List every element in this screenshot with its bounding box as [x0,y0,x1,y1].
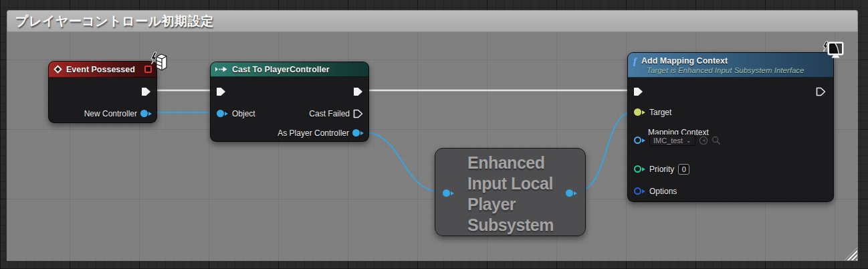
options-row: Options [634,185,677,197]
node-title: Add Mapping Context [641,56,728,66]
use-asset-icon[interactable] [699,136,708,145]
event-icon [53,65,62,74]
pin-wedge-icon [451,191,454,195]
exec-out-pin[interactable] [353,87,363,96]
exec-out-row [353,86,363,97]
options-pin[interactable] [634,187,641,195]
exec-out-pin[interactable] [816,87,826,96]
cast-failed-row: Cast Failed [309,108,363,119]
pin-label: New Controller [84,109,137,118]
node-subtitle: Target is Enhanced Input Subsystem Inter… [647,66,804,74]
object-row: Object [217,108,255,119]
exec-in-row [633,86,643,97]
function-icon: f [633,56,637,66]
exec-in-pin[interactable] [216,87,226,96]
pin-label: Object [232,109,255,118]
cast-icon [215,66,228,73]
exec-out-row [141,86,151,97]
wire-data-asplayercontroller-to-subsystem[interactable] [361,132,443,192]
cast-failed-pin[interactable] [353,109,363,118]
event-possessed-node[interactable]: Event Possessed New Controller [48,61,157,123]
pin-wedge-icon [642,189,645,193]
new-controller-row: New Controller [84,108,152,119]
mapping-context-dropdown[interactable]: IMC_test ⌄ [649,134,695,146]
priority-row: Priority 0 [634,163,689,175]
target-pin[interactable] [634,108,641,116]
enhanced-input-subsystem-node[interactable]: Enhanced Input Local Player Subsystem [435,148,586,236]
priority-pin[interactable] [634,165,641,173]
subsystem-node-title: Enhanced Input Local Player Subsystem [467,153,554,236]
monitor-badge-icon [821,40,845,62]
subsystem-input-row [443,187,454,199]
pin-label: Target [649,108,671,117]
add-mapping-context-header[interactable]: f Add Mapping Context Target is Enhanced… [628,53,833,78]
chevron-down-icon: ⌄ [686,137,691,144]
exec-out-pin[interactable] [141,87,151,96]
node-title: Event Possessed [66,65,135,74]
exec-in-row [216,86,226,97]
subsystem-output-pin[interactable] [566,189,573,197]
cabinet-badge-icon [148,52,169,73]
priority-input[interactable]: 0 [678,164,689,175]
pin-wedge-icon [148,112,152,116]
exec-out-row [816,86,826,97]
add-mapping-context-node[interactable]: f Add Mapping Context Target is Enhanced… [627,52,834,202]
pin-wedge-icon [574,191,577,195]
new-controller-pin[interactable] [140,110,148,117]
pin-label: Options [649,187,677,196]
target-row: Target [634,106,671,118]
pin-label: Priority [649,165,674,174]
pin-wedge-icon [642,110,645,114]
as-player-controller-row: As Player Controller [278,127,364,139]
browse-search-icon[interactable] [712,136,721,145]
pin-wedge-icon [642,167,645,171]
pin-label: Cast Failed [309,109,350,118]
subsystem-output-row [566,187,577,199]
event-possessed-header[interactable]: Event Possessed [49,62,156,78]
node-title: Cast To PlayerController [232,65,330,74]
blueprint-graph-canvas[interactable]: プレイヤーコントロール初期設定 Event Possessed New Cont… [0,0,868,269]
as-player-controller-pin[interactable] [352,129,360,137]
object-pin[interactable] [217,110,224,117]
pin-wedge-icon [225,112,228,116]
pin-wedge-icon [642,139,645,143]
pin-wedge-icon [360,131,364,135]
exec-in-pin[interactable] [633,87,643,96]
mapping-context-pin[interactable] [634,137,641,144]
mapping-context-value-row: IMC_test ⌄ [634,134,721,146]
cast-to-playercontroller-node[interactable]: Cast To PlayerController Object Cast Fai… [210,62,369,142]
pin-label: As Player Controller [278,128,349,138]
subsystem-input-pin[interactable] [443,189,450,197]
cast-node-header[interactable]: Cast To PlayerController [211,62,368,77]
dropdown-value: IMC_test [653,137,683,145]
